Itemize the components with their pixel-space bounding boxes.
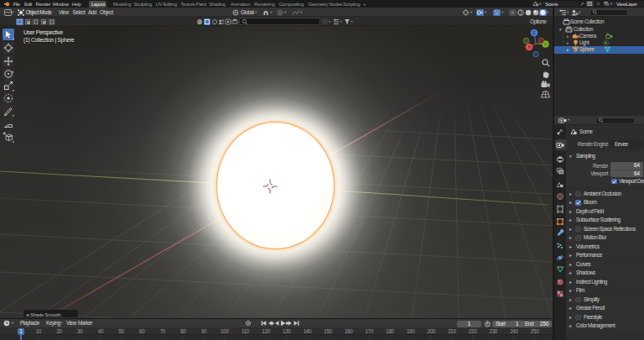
svg-text:230: 230 (489, 328, 497, 334)
svg-text:160: 160 (345, 328, 353, 334)
svg-text:80: 80 (180, 328, 186, 334)
svg-text:240: 240 (510, 328, 518, 334)
svg-text:250: 250 (531, 328, 539, 334)
svg-text:10: 10 (36, 328, 42, 334)
svg-text:170: 170 (366, 328, 374, 334)
svg-text:30: 30 (77, 328, 83, 334)
svg-text:90: 90 (201, 328, 207, 334)
svg-text:220: 220 (469, 328, 477, 334)
svg-text:200: 200 (428, 328, 436, 334)
svg-text:190: 190 (407, 328, 415, 334)
svg-text:50: 50 (118, 328, 124, 334)
svg-text:X: X (527, 44, 531, 50)
svg-text:210: 210 (448, 328, 456, 334)
svg-text:120: 120 (262, 328, 270, 334)
svg-text:100: 100 (221, 328, 229, 334)
svg-text:60: 60 (139, 328, 145, 334)
svg-text:20: 20 (56, 328, 62, 334)
svg-text:110: 110 (242, 328, 250, 334)
svg-text:Y: Y (544, 42, 548, 47)
svg-text:180: 180 (386, 328, 394, 334)
svg-text:140: 140 (304, 328, 312, 334)
svg-text:130: 130 (283, 328, 291, 334)
svg-text:40: 40 (98, 328, 104, 334)
svg-text:70: 70 (160, 328, 166, 334)
svg-text:150: 150 (324, 328, 332, 334)
